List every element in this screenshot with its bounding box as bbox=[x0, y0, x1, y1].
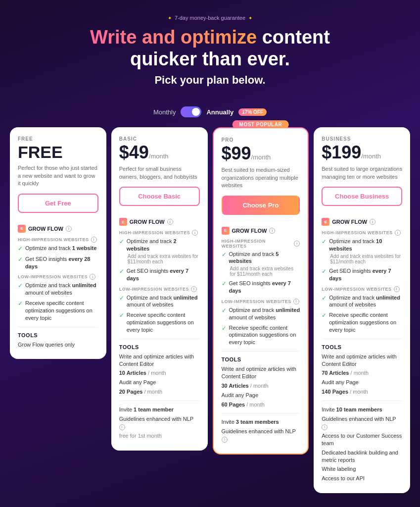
feature-text: Get SEO insights every 7 days bbox=[127, 267, 200, 282]
tools-item-pro-0: Write and optimize articles with Content… bbox=[222, 365, 300, 380]
monthly-label: Monthly bbox=[153, 108, 176, 116]
check-icon: ✓ bbox=[322, 294, 327, 302]
extra-item-pro-0: Invite 3 team members bbox=[222, 418, 300, 426]
feature-text: Receive specific content optimization su… bbox=[127, 311, 200, 334]
grow-flow-icon-pro: E bbox=[222, 227, 230, 235]
grow-flow-header-business: E GROW FLOW i bbox=[322, 218, 402, 226]
tools-header-business: TOOLS bbox=[322, 344, 402, 350]
grow-flow-header-basic: E GROW FLOW i bbox=[119, 218, 200, 226]
high-impression-info-basic[interactable]: i bbox=[192, 230, 198, 236]
check-icon: ✓ bbox=[119, 238, 124, 246]
feature-text: Optimize and track unlimited amount of w… bbox=[127, 294, 200, 309]
high-impression-label-business: HIGH-IMPRESSION WEBSITES i bbox=[322, 230, 402, 236]
grow-flow-info-free[interactable]: i bbox=[66, 226, 72, 232]
guarantee-text: 7-day money-back guarantee bbox=[175, 15, 245, 21]
extra-item-pro-1: Guidelines enhanced with NLP i bbox=[222, 428, 300, 443]
tools-item-pages-basic: 20 Pages / month bbox=[119, 388, 200, 396]
grow-flow-label-pro: GROW FLOW bbox=[232, 228, 267, 234]
cta-btn-business[interactable]: Choose Business bbox=[322, 187, 402, 206]
plan-desc-pro: Best suited to medium-sized organization… bbox=[222, 166, 300, 189]
check-icon: ✓ bbox=[18, 282, 23, 290]
feature-text: Get SEO insights every 7 days bbox=[229, 280, 300, 295]
grow-flow-info-business[interactable]: i bbox=[370, 219, 375, 225]
low-impression-info-free[interactable]: i bbox=[90, 274, 95, 280]
low-impression-label-basic: LOW-IMPRESSION WEBSITES i bbox=[119, 286, 200, 292]
check-icon: ✓ bbox=[119, 267, 124, 275]
feature-high-basic-1: ✓ Get SEO insights every 7 days bbox=[119, 267, 200, 282]
feature-high-basic-0: ✓ Optimize and track 2 websites bbox=[119, 238, 200, 253]
check-icon: ✓ bbox=[119, 311, 124, 319]
plan-card-basic: BASIC$49/monthPerfect for small business… bbox=[111, 127, 208, 451]
grow-flow-icon-free: E bbox=[18, 225, 26, 233]
check-icon: ✓ bbox=[222, 324, 227, 332]
extra-item-basic-2: free for 1st month bbox=[119, 432, 200, 440]
check-icon: ✓ bbox=[18, 300, 23, 307]
cta-btn-pro[interactable]: Choose Pro bbox=[222, 196, 300, 215]
grow-flow-label-basic: GROW FLOW bbox=[130, 219, 165, 225]
tools-item-audit-basic: Audit any Page bbox=[119, 379, 200, 386]
page-header: ✦ 7-day money-back guarantee ✦ Write and… bbox=[10, 10, 410, 106]
tools-item-articles-business: 70 Articles / month bbox=[322, 369, 402, 377]
extra-item-basic-0: Invite 1 team member bbox=[119, 406, 200, 413]
cta-btn-basic[interactable]: Choose Basic bbox=[119, 187, 200, 206]
tools-item-pages-business: 140 Pages / month bbox=[322, 388, 402, 396]
low-impression-label-business: LOW-IMPRESSION WEBSITES i bbox=[322, 286, 402, 292]
feature-low-basic-1: ✓ Receive specific content optimization … bbox=[119, 311, 200, 334]
grow-flow-info-pro[interactable]: i bbox=[269, 228, 275, 234]
plan-tier-basic: BASIC bbox=[119, 136, 200, 142]
low-impression-info-pro[interactable]: i bbox=[293, 299, 299, 304]
check-icon: ✓ bbox=[18, 245, 23, 253]
feature-text: Receive specific content optimization su… bbox=[229, 324, 300, 347]
feature-low-business-0: ✓ Optimize and track unlimited amount of… bbox=[322, 294, 402, 309]
extra-item-business-4: White labeling bbox=[322, 465, 402, 473]
grow-flow-icon-business: E bbox=[322, 218, 329, 226]
grow-flow-label-free: GROW FLOW bbox=[28, 226, 63, 232]
check-icon: ✓ bbox=[322, 311, 327, 319]
tools-item-audit-pro: Audit any Page bbox=[222, 392, 300, 399]
tools-item-articles-basic: 10 Articles / month bbox=[119, 369, 200, 377]
annually-label: Annually bbox=[206, 108, 233, 116]
extra-item-business-3: Dedicated backlink building and metric r… bbox=[322, 449, 402, 464]
low-impression-info-basic[interactable]: i bbox=[191, 286, 197, 292]
high-impression-label-pro: HIGH-IMPRESSION WEBSITES i bbox=[222, 239, 300, 249]
high-impression-label-free: HIGH-IMPRESSION WEBSITES i bbox=[18, 237, 98, 243]
feature-note-pro-0: Add and track extra websites for $11/mon… bbox=[230, 266, 300, 277]
feature-note-basic-0: Add and track extra websites for $11/mon… bbox=[128, 254, 200, 264]
plan-card-business: BUSINESS$199/monthBest suited to large o… bbox=[314, 127, 410, 493]
plan-wrapper-pro: MOST POPULAR PRO$99/monthBest suited to … bbox=[213, 127, 309, 455]
high-impression-info-pro[interactable]: i bbox=[294, 241, 300, 247]
low-impression-label-pro: LOW-IMPRESSION WEBSITES i bbox=[222, 299, 300, 304]
extra-item-basic-1: Guidelines enhanced with NLP i bbox=[119, 415, 200, 430]
extra-info-business-1[interactable]: i bbox=[322, 424, 327, 430]
extra-info-basic-1[interactable]: i bbox=[119, 424, 125, 430]
extra-item-business-2: Access to our Customer Success team bbox=[322, 432, 402, 447]
feature-text: Optimize and track 1 website bbox=[25, 245, 96, 252]
cta-btn-free[interactable]: Get Free bbox=[18, 194, 98, 213]
extra-item-business-1: Guidelines enhanced with NLP i bbox=[322, 415, 402, 430]
feature-text: Optimize and track unlimited amount of w… bbox=[329, 294, 402, 309]
most-popular-label: MOST POPULAR bbox=[233, 120, 289, 129]
check-icon: ✓ bbox=[222, 280, 227, 288]
feature-high-business-0: ✓ Optimize and track 10 websites bbox=[322, 238, 402, 253]
plan-price-free: FREE bbox=[18, 144, 98, 160]
star-icon-left: ✦ bbox=[168, 15, 172, 21]
feature-high-free-1: ✓ Get SEO insights every 28 days bbox=[18, 255, 98, 270]
extra-info-pro-1[interactable]: i bbox=[222, 437, 228, 443]
feature-text: Optimize and track 5 websites bbox=[229, 251, 300, 265]
check-icon: ✓ bbox=[322, 238, 327, 246]
low-impression-info-business[interactable]: i bbox=[394, 286, 400, 292]
tools-item-audit-business: Audit any Page bbox=[322, 379, 402, 386]
check-icon: ✓ bbox=[18, 255, 23, 263]
grow-flow-header-free: E GROW FLOW i bbox=[18, 225, 98, 233]
feature-low-basic-0: ✓ Optimize and track unlimited amount of… bbox=[119, 294, 200, 309]
discount-badge: 17% OFF bbox=[238, 108, 267, 116]
check-icon: ✓ bbox=[322, 267, 327, 275]
high-impression-info-business[interactable]: i bbox=[395, 230, 401, 236]
feature-text: Receive specific content optimization su… bbox=[25, 300, 98, 322]
billing-toggle-switch[interactable] bbox=[181, 106, 201, 117]
extra-item-business-0: Invite 10 team members bbox=[322, 406, 402, 413]
grow-flow-info-basic[interactable]: i bbox=[167, 219, 173, 225]
extra-item-business-5: Access to our API bbox=[322, 475, 402, 482]
high-impression-info-free[interactable]: i bbox=[91, 237, 97, 243]
feature-note-business-0: Add and track extra websites for $11/mon… bbox=[330, 254, 402, 264]
